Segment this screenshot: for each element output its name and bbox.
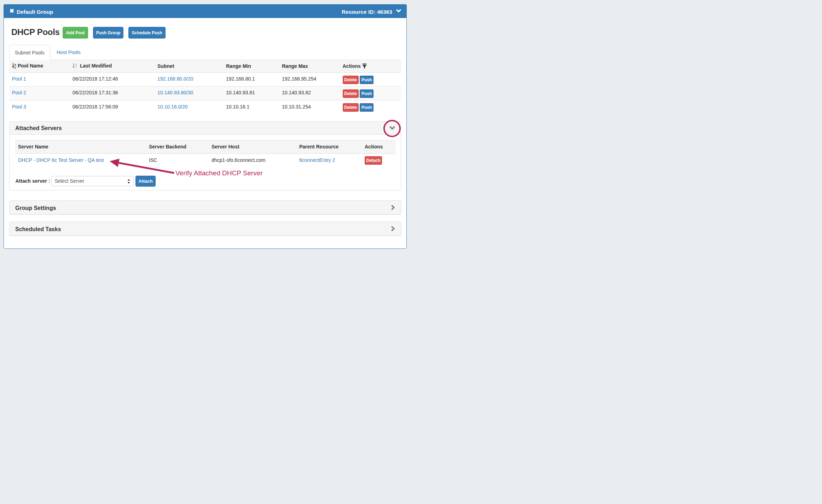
svg-text:Z: Z bbox=[15, 66, 16, 69]
